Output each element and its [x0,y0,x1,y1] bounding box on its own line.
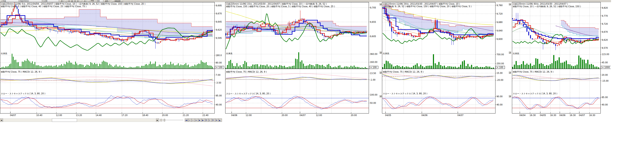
axis-label: 9,695 [216,4,222,7]
toolbar-item-11[interactable]: 分 [83,0,87,2]
scale-multiplier: × 100 [215,66,224,69]
panel-30min: 9,7609,7209,6809,6409,600700.00250.0015.… [382,2,511,119]
axis-label: 15.00 [496,72,503,74]
macd-signal [383,74,493,80]
chart-tool-button-7[interactable]: L [208,119,212,122]
section-button[interactable] [509,72,511,74]
macd-section [512,75,600,81]
svg-text:B: B [212,119,214,121]
macd-label: 移動平均( Close, 75 ) MACD( 12, 26, 9 ) [383,71,424,73]
volume-bars [382,54,494,69]
axis-label: 95.00 [216,95,222,97]
time-label: 16:30 [570,114,576,116]
axis-label: 20.00 [602,74,608,76]
panel-title-2: 一目均衡表( 9, 26, 52 ) 移動平均( Close, 150 ) 移動… [383,5,472,7]
toolbar-item-8[interactable]: 月 [74,0,76,2]
macd-ma75 [512,75,598,80]
toolbar-item-14[interactable]: 300 [96,0,103,2]
panel-title-2: 移動平均( Close, 10 ) 一目均衡表( 9, 26, 52 ) 移動平… [513,5,581,7]
axis-label: 40.00 [602,104,608,106]
chart-tool-button-3[interactable]: ↔ [195,119,198,122]
scale-multiplier: × 100 [369,66,378,69]
svg-text:↔: ↔ [196,119,197,121]
axis-label: 45.00 [602,61,608,64]
axis-label: -20.00 [496,79,503,81]
section-button[interactable] [509,3,511,5]
axis-label: 9,620 [602,39,608,41]
svg-text:►: ► [157,119,158,121]
chart-tool-button-9[interactable]: ⊕ [215,119,218,122]
section-button[interactable] [509,52,511,54]
stoch-label: スロー・ストキャスティクス( 14, 3, 80, 20 ) [226,92,270,95]
chart-tool-button-1[interactable]: ＋ [188,119,192,122]
svg-text:◄: ◄ [1,119,2,121]
macd-section [226,74,369,80]
toolbar-item-0[interactable] [0,0,2,2]
toolbar-item-9[interactable]: 分 [76,0,79,2]
chart-tool-button-0[interactable]: ◀+ [185,119,188,122]
time-label: 04/07 [458,114,464,116]
toolbar-item-7[interactable]: 週 [70,0,73,2]
chart-tool-button-8[interactable]: B [212,119,215,122]
axis-label: 9,595 [216,37,222,39]
stoch-section [382,97,495,109]
time-label: 04/06 [559,114,566,116]
trading-app: 先物日経225mini11/06定日週月分分本数300週替複数銘柄 9,6959… [0,0,644,162]
axis-label: 90.00 [496,95,503,98]
toolbar-item-5[interactable] [65,0,68,2]
toolbar-item-3[interactable]: 11/06 [42,0,59,2]
panel-title-1: 日経225mini 11/06( 5分, 2011/04/04 - 2011/0… [1,3,145,5]
svg-text:⊕: ⊕ [216,119,218,121]
axis-label: -1.00 [370,79,376,81]
toolbar-item-15[interactable]: 週替 [104,0,109,2]
axis-label: 9,820 [602,7,608,9]
axis-label: 9,720 [496,13,503,15]
toolbar-item-2[interactable]: 日経225mini [19,0,42,2]
axis-label: 700.00 [496,53,504,56]
time-label: 04/07 [579,114,585,116]
ichimoku-cloud [561,20,570,33]
chart-tool-button-5[interactable]: ▶ [202,119,205,122]
toolbar-item-10[interactable] [80,0,82,2]
time-label: 13:20 [76,114,82,116]
toolbar-item-4[interactable]: 定 [60,0,64,2]
macd-ma75 [1,77,212,86]
section-button[interactable] [509,95,511,97]
chart-tool-button-2[interactable]: − [192,119,195,122]
macd-label: 移動平均( Close, 75 ) MACD( 12, 26, 9 ) [1,71,42,73]
axis-label: 40.00 [496,104,503,106]
axis-label: 9,600 [496,38,503,40]
svg-text:× 100: × 100 [370,66,377,69]
panel-title-1: 日経225mini 11/06( 60分, 2011/03/30 - 2011/… [513,3,568,5]
toolbar-item-12[interactable] [88,0,90,2]
section-button[interactable] [380,52,382,54]
stoch-d [383,97,493,108]
svg-text:L: L [209,119,210,121]
volume-bars [512,55,599,69]
time-label: 12:00 [316,114,322,116]
section-button[interactable] [380,3,382,5]
chart-tool-button-4[interactable]: ▪ [198,119,202,122]
h-scrollbar[interactable]: ◄►◀+＋−↔▪▶DLB⊕◣ [0,119,222,122]
section-button[interactable] [380,72,382,74]
section-button[interactable] [380,95,382,97]
panel-60min: 9,8209,7709,7209,6709,6209,570115.0045.0… [512,2,610,119]
toolbar-item-1[interactable]: 先物 [2,0,19,2]
chart-tool-button-10[interactable]: ◣ [219,119,222,122]
scale-multiplier: × 100 [496,66,505,69]
stoch-label: スロー・ストキャスティクス( 14, 3, 80, 20 ) [1,92,45,95]
volume-label: 出来高 [383,52,389,55]
panel-title-2: 移動平均( Close, 5 ) 移動平均( Close, 40 ) 移動平均(… [1,5,86,7]
chart-tool-button-6[interactable]: D [205,119,208,122]
time-label: 20:00 [282,114,288,116]
toolbar-item-16[interactable]: 複数銘柄 [112,0,123,2]
axis-label: 180.0 [216,54,222,56]
volume-label: 出来高 [1,52,7,55]
time-label: 16:30 [550,114,556,116]
toolbar-item-6[interactable]: 日 [68,0,70,2]
axis-label: 9,670 [602,31,608,33]
macd-section [382,73,495,80]
volume-label: 出来高 [226,52,232,55]
toolbar-item-13: 本数 [91,0,96,2]
time-label: 14:40 [96,114,102,116]
